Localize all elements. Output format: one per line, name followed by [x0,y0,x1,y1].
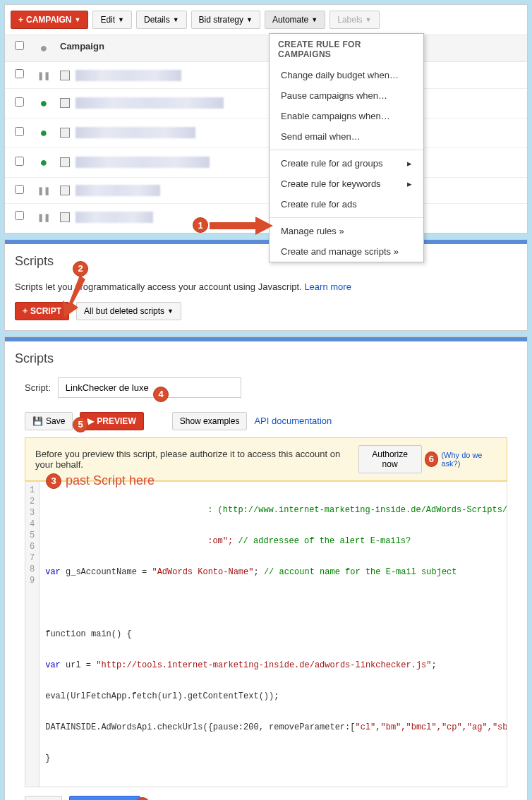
annotation-arrow-icon [60,275,85,320]
blurred-name [75,70,181,81]
annotation-arrow-icon [210,217,273,235]
script-name-label: Script: [25,382,51,393]
authorize-message: Before you preview this script, please a… [35,449,358,470]
annotation-badge-4: 4 [153,387,169,402]
row-checkbox[interactable] [15,127,24,136]
plus-icon: + [23,306,28,316]
run-script-now-button[interactable]: Run script now [69,796,140,800]
edit-button[interactable]: Edit ▼ [92,11,132,29]
annotation-badge-2: 2 [73,261,88,277]
campaign-type-icon [60,186,70,195]
campaign-button[interactable]: + CAMPAIGN ▼ [11,11,88,29]
chevron-right-icon: ▸ [407,158,412,169]
close-button[interactable]: Close [25,796,62,800]
campaign-type-icon [60,128,70,138]
menu-item-send-email[interactable]: Send email when… [270,126,423,147]
editor-title: Scripts [5,341,527,370]
pause-icon: ❚❚ [37,213,50,222]
code-gutter: 123456789 [25,482,40,787]
chevron-right-icon: ▸ [407,178,412,189]
campaign-type-icon [60,98,70,108]
automate-menu: CREATE RULE FOR CAMPAIGNS Change daily b… [269,33,424,262]
menu-item-enable-campaigns[interactable]: Enable campaigns when… [270,106,423,126]
menu-item-rule-ads[interactable]: Create rule for ads [270,194,423,214]
learn-more-link[interactable]: Learn more [304,281,351,292]
annotation-badge-5: 5 [73,417,88,432]
code-editor[interactable]: 123456789 : (http://www.internet-marketi… [25,481,507,787]
menu-item-manage-rules[interactable]: Manage rules » [270,221,423,241]
caret-down-icon: ▼ [246,16,253,23]
api-doc-link[interactable]: API documentation [254,416,332,426]
blurred-name [75,212,153,223]
main-toolbar: + CAMPAIGN ▼ Edit ▼ Details ▼ Bid strate… [5,5,527,35]
row-checkbox[interactable] [15,157,24,166]
status-header-icon: ● [33,41,54,56]
save-button[interactable]: 💾 Save [25,412,73,430]
table-row[interactable]: ● [5,148,527,178]
menu-item-rule-keywords[interactable]: Create rule for keywords▸ [270,174,423,194]
annotation-badge-3: 3 [46,473,61,489]
automate-button[interactable]: Automate ▼ [265,11,325,29]
details-button[interactable]: Details ▼ [136,11,187,29]
campaign-type-icon [60,157,70,167]
blurred-name [75,97,224,109]
row-checkbox[interactable] [15,185,24,194]
show-examples-button[interactable]: Show examples [172,412,248,430]
caret-down-icon: ▼ [311,16,318,23]
svg-marker-1 [63,275,85,317]
campaign-button-label: CAMPAIGN [26,15,71,25]
blurred-name [75,157,210,168]
table-row[interactable]: ● [5,89,527,119]
caret-down-icon: ▼ [74,16,80,23]
scripts-description: Scripts let you programmatically access … [15,281,517,292]
caret-down-icon: ▼ [118,16,124,23]
select-all-checkbox[interactable] [15,41,24,50]
campaign-type-icon [60,71,70,80]
scripts-panel-intro: Scripts Scripts let you programmatically… [4,239,528,331]
row-checkbox[interactable] [15,97,24,107]
table-header: ● Campaign [5,35,527,62]
menu-item-pause-campaigns[interactable]: Pause campaigns when… [270,85,423,106]
blurred-name [75,185,160,196]
authorize-button[interactable]: Authorize now [358,445,422,473]
bid-strategy-button[interactable]: Bid strategy ▼ [191,11,260,29]
caret-down-icon: ▼ [365,16,372,23]
table-row[interactable]: ● [5,119,527,148]
blurred-name [75,127,195,138]
row-checkbox[interactable] [15,211,24,220]
why-ask-link[interactable]: (Why do we ask?) [441,451,497,468]
table-row[interactable]: ❚❚ [5,62,527,89]
save-icon: 💾 [32,416,43,426]
menu-item-manage-scripts[interactable]: Create and manage scripts » [270,241,423,262]
caret-down-icon: ▼ [167,308,174,315]
active-icon: ● [40,96,48,110]
table-row[interactable]: ❚❚ [5,178,527,205]
annotation-paste-hint: past Script here [66,473,155,488]
menu-title: CREATE RULE FOR CAMPAIGNS [270,34,423,65]
table-body: ❚❚ ● ● ● ❚❚ ❚❚ [5,62,527,230]
campaign-type-icon [60,212,70,222]
menu-item-rule-adgroups[interactable]: Create rule for ad groups▸ [270,153,423,174]
menu-separator [270,217,423,218]
campaigns-panel: + CAMPAIGN ▼ Edit ▼ Details ▼ Bid strate… [4,4,528,234]
play-icon: ▶ [87,416,94,426]
code-content[interactable]: : (http://www.internet-marketing-inside.… [40,482,507,787]
active-icon: ● [40,126,48,140]
caret-down-icon: ▼ [173,16,179,23]
plus-icon: + [18,15,23,25]
preview-button[interactable]: ▶ PREVIEW [80,412,143,430]
script-editor-panel: Scripts Script: 4 💾 Save 5 ▶ PREVIEW Sho… [4,337,528,800]
row-checkbox[interactable] [15,69,24,78]
annotation-badge-1: 1 [193,217,208,233]
menu-separator [270,150,423,150]
annotation-badge-6: 6 [425,451,439,467]
script-name-input[interactable] [58,377,241,398]
scripts-filter-button[interactable]: All but deleted scripts ▼ [76,302,181,320]
pause-icon: ❚❚ [37,71,50,80]
svg-marker-0 [210,217,273,235]
add-script-label: SCRIPT [30,306,61,316]
menu-item-change-budget[interactable]: Change daily budget when… [270,65,423,85]
labels-button[interactable]: Labels ▼ [330,11,379,29]
active-icon: ● [40,155,48,169]
pause-icon: ❚❚ [37,186,50,195]
